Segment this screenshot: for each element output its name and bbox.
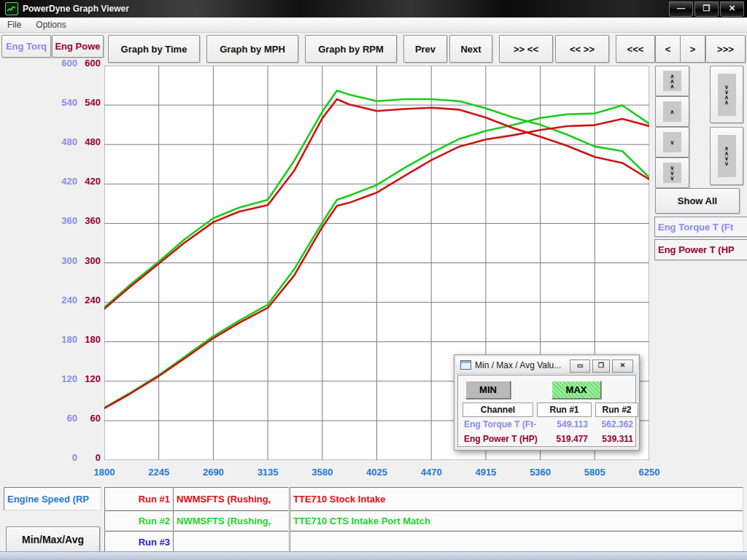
scroll-button-2-icon[interactable]: ∧ — [655, 96, 689, 127]
scroll-button-1-icon[interactable]: ∧∧∧ — [655, 66, 689, 96]
menu-item-file[interactable]: File — [0, 20, 28, 30]
run-label-3: Run #3 — [104, 531, 177, 553]
chevron-glyphs: ∧ — [663, 101, 681, 122]
chevron-glyphs: ∨ — [663, 132, 681, 152]
x-tick-5805: 5805 — [576, 467, 614, 478]
y-tick-power-180: 180 — [74, 334, 101, 345]
channel-button-power-label: Eng Powe — [55, 41, 100, 52]
chevron-glyphs: ∧∧∨∨ — [718, 135, 736, 177]
minmax-run2-value-1: 562.362 — [595, 419, 633, 429]
toolbar-button-[interactable]: << >> — [555, 35, 609, 63]
y-tick-power-360: 360 — [74, 215, 101, 226]
menu-item-options[interactable]: Options — [28, 20, 73, 30]
minmax-channel-1: Eng Torque T (Ft- — [464, 419, 536, 429]
channel-button-power[interactable]: Eng Powe — [52, 35, 104, 58]
minmax-run1-value-1: 549.113 — [537, 419, 588, 429]
legend-power-channel[interactable]: Eng Power T (HP — [654, 239, 747, 260]
max-toggle-button[interactable]: MAX — [551, 381, 601, 399]
minmaxavg-label: Min/Max/Avg — [22, 534, 84, 545]
y-tick-torque-60: 60 — [42, 413, 77, 424]
y-tick-torque-540: 540 — [42, 97, 77, 108]
zoom-button-1-icon[interactable]: ∨∨∧∧ — [710, 66, 743, 123]
chevron-glyphs: ∨∨∧∧ — [718, 74, 736, 116]
close-button[interactable]: ✕ — [720, 1, 744, 17]
y-tick-torque-300: 300 — [42, 255, 77, 266]
legend-torque-label: Eng Torque T (Ft — [658, 222, 733, 233]
minimize-button[interactable]: — — [669, 1, 693, 17]
run-label-2: Run #2 — [104, 510, 177, 531]
chevron: ∧ — [724, 100, 729, 105]
maximize-button[interactable]: ❐ — [694, 1, 719, 17]
toolbar-button-graph-by-mph[interactable]: Graph by MPH — [206, 35, 298, 63]
minmax-column-header-run-2: Run #2 — [595, 402, 638, 417]
y-tick-torque-600: 600 — [42, 58, 77, 69]
x-tick-4025: 4025 — [358, 467, 396, 478]
menu-bar: FileOptions — [0, 18, 747, 33]
minmax-minimize-button[interactable]: ▭ — [570, 359, 590, 373]
channel-button-torque[interactable]: Eng Torq — [1, 35, 51, 58]
app-window: PowerDyne Graph Viewer — ❐ ✕ FileOptions… — [0, 0, 747, 560]
y-tick-power-600: 600 — [74, 58, 101, 69]
chevron: ∨ — [670, 140, 675, 145]
x-tick-6250: 6250 — [630, 467, 668, 478]
legend-power-label: Eng Power T (HP — [658, 244, 735, 255]
toolbar-button-[interactable]: >>> — [705, 35, 746, 63]
channel-button-torque-label: Eng Torq — [6, 41, 47, 52]
toolbar-button-next[interactable]: Next — [449, 35, 492, 63]
toolbar-button-[interactable]: < — [655, 35, 681, 63]
scroll-button-4-icon[interactable]: ∨∨∨ — [655, 158, 689, 188]
run-file-3 — [173, 531, 289, 553]
minmax-restore-button[interactable]: ❐ — [592, 359, 610, 373]
toolbar-button-[interactable]: >> << — [499, 35, 553, 63]
chevron: ∨ — [670, 176, 675, 181]
x-tick-1800: 1800 — [85, 467, 123, 478]
y-tick-torque-0: 0 — [42, 452, 77, 463]
show-all-label: Show All — [678, 195, 717, 206]
y-tick-torque-420: 420 — [42, 176, 77, 187]
chevron: ∧ — [670, 84, 675, 89]
scroll-button-3-icon[interactable]: ∨ — [655, 127, 689, 158]
x-channel-label: Engine Speed (RP — [7, 494, 89, 505]
x-tick-2245: 2245 — [140, 467, 178, 478]
minmax-column-header-channel: Channel — [462, 402, 533, 417]
toolbar-button-[interactable]: > — [680, 35, 705, 63]
toolbar-button-graph-by-time[interactable]: Graph by Time — [108, 35, 200, 63]
toolbar-button-prev[interactable]: Prev — [403, 35, 447, 63]
legend-torque-channel[interactable]: Eng Torque T (Ft — [654, 217, 747, 237]
minmax-close-button[interactable]: ✕ — [612, 359, 633, 373]
x-channel-button[interactable]: Engine Speed (RP — [4, 487, 101, 510]
y-tick-power-480: 480 — [74, 136, 101, 147]
minmax-run2-value-2: 539.311 — [595, 434, 633, 444]
run-desc-3 — [290, 531, 743, 553]
x-tick-5360: 5360 — [522, 467, 560, 478]
minmax-window: Min / Max / Avg Valu... ▭ ❐ ✕ MIN MAX Ch… — [454, 354, 640, 451]
minmax-title-bar[interactable]: Min / Max / Avg Valu... ▭ ❐ ✕ — [456, 357, 638, 374]
y-tick-torque-360: 360 — [42, 215, 77, 226]
run-file-1: NWMSFTS (Rushing, — [173, 487, 289, 510]
zoom-button-2-icon[interactable]: ∧∧∨∨ — [710, 127, 743, 185]
chevron: ∨ — [724, 161, 729, 166]
minmax-window-title: Min / Max / Avg Valu... — [475, 360, 561, 370]
y-tick-power-300: 300 — [74, 255, 101, 266]
y-tick-torque-120: 120 — [42, 373, 77, 384]
run-desc-2: TTE710 CTS Intake Port Match — [290, 510, 743, 531]
minmax-channel-2: Eng Power T (HP) — [464, 434, 538, 444]
toolbar-button-graph-by-rpm[interactable]: Graph by RPM — [305, 35, 397, 63]
y-tick-power-0: 0 — [74, 452, 101, 463]
minmaxavg-button[interactable]: Min/Max/Avg — [6, 526, 100, 553]
chevron-glyphs: ∨∨∨ — [663, 163, 681, 183]
show-all-button[interactable]: Show All — [655, 188, 740, 214]
y-tick-power-60: 60 — [74, 413, 101, 424]
y-tick-power-240: 240 — [74, 295, 101, 306]
title-bar[interactable]: PowerDyne Graph Viewer — ❐ ✕ — [0, 0, 747, 18]
y-tick-power-540: 540 — [74, 97, 101, 108]
run-desc-1: TTE710 Stock Intake — [290, 487, 743, 510]
y-tick-torque-240: 240 — [42, 295, 77, 306]
max-toggle-label: MAX — [566, 384, 587, 395]
x-tick-2690: 2690 — [194, 467, 232, 478]
minmax-column-header-run-1: Run #1 — [537, 402, 592, 417]
min-toggle-button[interactable]: MIN — [465, 381, 511, 399]
toolbar-button-[interactable]: <<< — [616, 35, 655, 63]
minmax-run1-value-2: 519.477 — [537, 434, 588, 444]
y-tick-power-120: 120 — [74, 373, 101, 384]
